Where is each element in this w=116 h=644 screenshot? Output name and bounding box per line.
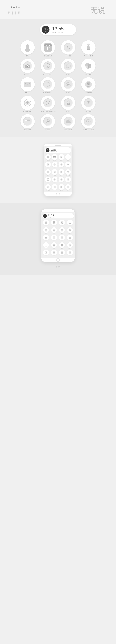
app-flashlight[interactable]: FLASHLIGHT [79, 40, 98, 57]
phone-icon2-16: GALLERY [66, 242, 74, 249]
phone-icon-circle-15 [59, 177, 64, 182]
svg-rect-62 [49, 101, 50, 102]
pi-file-svg [67, 186, 69, 188]
phone-top-bar-1 [44, 144, 72, 146]
video-icon-circle [41, 114, 55, 128]
pi-label-15: MUSIC [60, 182, 62, 183]
app-gallery[interactable]: GALLERY [79, 59, 98, 75]
vtext-3: 极简界面的设计理念 [14, 10, 16, 12]
phone-clock-1: 13:55 Monday Nov 15th [45, 148, 71, 153]
svg-point-119 [55, 179, 55, 180]
phone-icon2-14: LAUNCH [50, 242, 58, 249]
phone-icon-17: SETTINGS [45, 184, 51, 191]
pi-settings-svg [47, 186, 49, 188]
svg-point-127 [47, 187, 48, 188]
app-browser[interactable]: BROWSER [79, 77, 98, 94]
phone-home-button-2[interactable] [56, 258, 60, 262]
phone-icon2-circle-16 [67, 242, 73, 248]
cal-top [44, 44, 52, 46]
app-downloads[interactable]: DOWNLOADS [18, 96, 37, 112]
svg-point-27 [68, 68, 68, 68]
phone-icon-circle [61, 40, 75, 54]
pi2-fl-svg [68, 221, 72, 224]
phone-icon-6: MSG [52, 162, 58, 168]
phone-icon2-circle-1 [43, 220, 49, 226]
app-gallery2[interactable]: GALLERY [79, 96, 98, 112]
pi2-label-14: LAUNCH [53, 248, 55, 249]
svg-point-49 [88, 83, 89, 84]
app-messaging[interactable]: MESSAGING [38, 59, 57, 75]
svg-point-17 [27, 66, 28, 66]
app-launchersettings[interactable]: LAUNCHERSETTINGS [38, 96, 57, 112]
pi-launcher-svg [53, 178, 56, 181]
music2-svg [65, 100, 71, 106]
gallery-icon-circle [81, 59, 96, 73]
music-label: MUSIC [66, 74, 71, 75]
svg-rect-8 [88, 44, 89, 46]
launchersettings-label: LAUNCHERSETTINGS [40, 111, 56, 112]
calendar-icon-circle: -14 [41, 40, 55, 54]
flashlight-svg [85, 44, 92, 51]
svg-point-32 [86, 66, 88, 68]
pi2-label-15: MUSIC [61, 248, 63, 249]
app-contacts[interactable]: CONTACTS [18, 40, 37, 57]
app-email[interactable]: EMAIL [18, 77, 37, 94]
app-settings[interactable]: SETTINGS [18, 114, 37, 131]
svg-rect-61 [46, 101, 47, 102]
pi-label-13: DL [48, 182, 48, 183]
phone-icon-circle-3 [59, 154, 64, 160]
phone-home-bar-1 [44, 192, 72, 196]
app-camera[interactable]: CAMERA [18, 59, 37, 75]
app-calendar[interactable]: -14 CALENDAR [38, 40, 57, 57]
svg-rect-159 [45, 237, 47, 239]
phone-screen-2: 13:55 Monday Nov 15th CONTACTS 14 CALEND… [41, 212, 75, 258]
app-radio[interactable]: RADIO [59, 77, 78, 94]
phone-icon2-2: 14 CALENDAR [50, 220, 58, 226]
pi-label-2: CALENDAR [53, 160, 56, 161]
pi2-label-4: FLASH [69, 226, 71, 226]
app-filemanager[interactable]: FILEMANAGER [79, 114, 98, 131]
svg-line-69 [88, 102, 89, 103]
phone-speaker-1 [55, 145, 61, 146]
phone-svg [66, 45, 71, 50]
weather-icon-circle [61, 114, 75, 128]
pi-label-16: GALLERY [67, 182, 70, 183]
svg-point-40 [70, 83, 71, 84]
browser-svg [84, 80, 93, 89]
pi2-lk-svg [60, 244, 64, 247]
svg-point-89 [47, 157, 49, 158]
svg-rect-173 [61, 245, 63, 246]
phone-icon-12: BROWSER [65, 169, 71, 176]
pi2-label-18: VIDEO [53, 256, 55, 256]
pi2-label-19: WEATHER [60, 256, 64, 256]
phone-icon-10: THEME [52, 169, 58, 176]
svg-point-56 [47, 102, 48, 103]
app-music2[interactable]: MUSIC [59, 96, 78, 112]
contacts-icon-circle [20, 40, 35, 54]
pi2-rad-svg [60, 236, 64, 239]
phone-label: PHONE [65, 55, 71, 57]
app-video[interactable]: VIDEO [38, 114, 57, 131]
clock-icon [42, 26, 49, 34]
app-music[interactable]: MUSIC [59, 59, 78, 75]
pi-phone-svg [60, 156, 63, 158]
phone-home-button-1[interactable] [56, 192, 60, 196]
svg-point-166 [69, 238, 71, 239]
phone-icon2-5: CAMERA [42, 227, 50, 234]
svg-point-51 [87, 86, 90, 87]
phone-icon2-12: BROWSER [66, 235, 74, 242]
phone-icon-11: RADIO [58, 169, 64, 176]
pi-email-svg [47, 170, 49, 174]
app-phone[interactable]: PHONE [59, 40, 78, 57]
pi-label-19: WEATHER [60, 190, 63, 191]
pi-radio-svg [60, 170, 63, 174]
svg-rect-91 [53, 156, 56, 157]
app-themeshop[interactable]: THEMESHOP [38, 77, 57, 94]
phone-clock-info-1: 13:55 Monday Nov 15th [51, 148, 57, 152]
app-weather[interactable]: WEATHER [59, 114, 78, 131]
svg-point-66 [68, 103, 69, 104]
filemanager-svg [86, 118, 91, 124]
pi2-we-svg [60, 251, 64, 254]
phone-icon2-circle-11 [59, 235, 65, 240]
pi2-label-13: DL [46, 248, 46, 249]
